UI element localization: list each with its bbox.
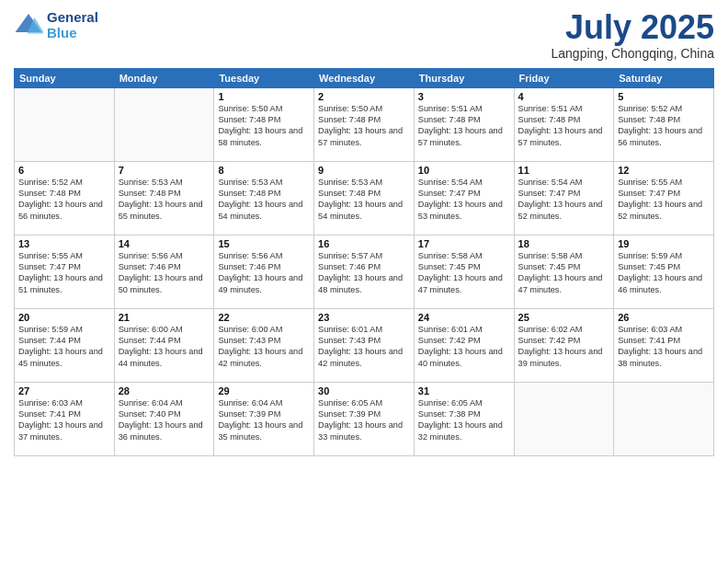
day-number: 21 [119, 312, 210, 323]
day-number: 3 [418, 91, 510, 102]
logo-icon [14, 10, 43, 40]
day-of-week-header: Monday [114, 68, 214, 87]
day-number: 1 [218, 91, 310, 102]
day-number: 24 [418, 312, 510, 323]
calendar-week-row: 13Sunrise: 5:55 AMSunset: 7:47 PMDayligh… [15, 235, 714, 308]
day-number: 23 [318, 312, 410, 323]
day-number: 26 [618, 312, 710, 323]
logo: General Blue [14, 9, 98, 40]
calendar-day-cell [15, 87, 115, 161]
calendar-table: SundayMondayTuesdayWednesdayThursdayFrid… [14, 68, 714, 456]
day-info: Sunrise: 6:04 AMSunset: 7:40 PMDaylight:… [119, 397, 210, 443]
day-info: Sunrise: 5:53 AMSunset: 7:48 PMDaylight:… [119, 177, 210, 223]
day-number: 8 [218, 165, 310, 176]
calendar-day-cell: 8Sunrise: 5:53 AMSunset: 7:48 PMDaylight… [214, 161, 314, 235]
day-of-week-header: Thursday [414, 68, 514, 87]
calendar-day-cell: 14Sunrise: 5:56 AMSunset: 7:46 PMDayligh… [114, 235, 214, 308]
calendar-day-cell: 10Sunrise: 5:54 AMSunset: 7:47 PMDayligh… [414, 161, 514, 235]
day-number: 31 [418, 385, 510, 396]
day-number: 18 [518, 238, 610, 249]
day-of-week-header: Sunday [15, 68, 115, 87]
day-info: Sunrise: 6:01 AMSunset: 7:43 PMDaylight:… [318, 324, 410, 370]
day-info: Sunrise: 5:58 AMSunset: 7:45 PMDaylight:… [418, 250, 510, 296]
day-number: 28 [119, 385, 210, 396]
calendar-day-cell: 28Sunrise: 6:04 AMSunset: 7:40 PMDayligh… [114, 382, 214, 455]
day-number: 16 [318, 238, 410, 249]
day-info: Sunrise: 6:02 AMSunset: 7:42 PMDaylight:… [518, 324, 610, 370]
day-number: 12 [618, 165, 710, 176]
day-of-week-header: Saturday [614, 68, 714, 87]
title-block: July 2025 Langping, Chongqing, China [552, 9, 714, 61]
subtitle: Langping, Chongqing, China [552, 46, 714, 61]
calendar-day-cell: 26Sunrise: 6:03 AMSunset: 7:41 PMDayligh… [614, 308, 714, 382]
page: General Blue July 2025 Langping, Chongqi… [0, 0, 728, 563]
calendar-day-cell [514, 382, 614, 455]
calendar-day-cell: 13Sunrise: 5:55 AMSunset: 7:47 PMDayligh… [15, 235, 115, 308]
day-info: Sunrise: 5:54 AMSunset: 7:47 PMDaylight:… [518, 177, 610, 223]
calendar-week-row: 6Sunrise: 5:52 AMSunset: 7:48 PMDaylight… [15, 161, 714, 235]
day-number: 7 [119, 165, 210, 176]
calendar-day-cell: 5Sunrise: 5:52 AMSunset: 7:48 PMDaylight… [614, 87, 714, 161]
calendar-day-cell [114, 87, 214, 161]
calendar-day-cell: 31Sunrise: 6:05 AMSunset: 7:38 PMDayligh… [414, 382, 514, 455]
calendar-day-cell: 24Sunrise: 6:01 AMSunset: 7:42 PMDayligh… [414, 308, 514, 382]
day-number: 6 [18, 165, 110, 176]
day-info: Sunrise: 5:51 AMSunset: 7:48 PMDaylight:… [418, 103, 510, 149]
calendar-header-row: SundayMondayTuesdayWednesdayThursdayFrid… [15, 68, 714, 87]
header: General Blue July 2025 Langping, Chongqi… [14, 9, 714, 61]
calendar-day-cell: 29Sunrise: 6:04 AMSunset: 7:39 PMDayligh… [214, 382, 314, 455]
day-info: Sunrise: 6:05 AMSunset: 7:39 PMDaylight:… [318, 397, 410, 443]
calendar-day-cell: 20Sunrise: 5:59 AMSunset: 7:44 PMDayligh… [15, 308, 115, 382]
day-info: Sunrise: 5:52 AMSunset: 7:48 PMDaylight:… [618, 103, 710, 149]
day-info: Sunrise: 5:57 AMSunset: 7:46 PMDaylight:… [318, 250, 410, 296]
day-info: Sunrise: 5:50 AMSunset: 7:48 PMDaylight:… [318, 103, 410, 149]
day-info: Sunrise: 6:03 AMSunset: 7:41 PMDaylight:… [618, 324, 710, 370]
day-number: 30 [318, 385, 410, 396]
day-number: 25 [518, 312, 610, 323]
day-number: 4 [518, 91, 610, 102]
calendar-day-cell: 1Sunrise: 5:50 AMSunset: 7:48 PMDaylight… [214, 87, 314, 161]
day-info: Sunrise: 5:53 AMSunset: 7:48 PMDaylight:… [318, 177, 410, 223]
day-number: 5 [618, 91, 710, 102]
day-number: 11 [518, 165, 610, 176]
calendar-day-cell: 15Sunrise: 5:56 AMSunset: 7:46 PMDayligh… [214, 235, 314, 308]
logo-text: General Blue [47, 9, 98, 40]
day-number: 10 [418, 165, 510, 176]
day-info: Sunrise: 5:59 AMSunset: 7:45 PMDaylight:… [618, 250, 710, 296]
day-number: 27 [18, 385, 110, 396]
day-number: 2 [318, 91, 410, 102]
day-info: Sunrise: 5:55 AMSunset: 7:47 PMDaylight:… [618, 177, 710, 223]
day-info: Sunrise: 6:03 AMSunset: 7:41 PMDaylight:… [18, 397, 110, 443]
day-info: Sunrise: 6:00 AMSunset: 7:43 PMDaylight:… [218, 324, 310, 370]
calendar-day-cell: 11Sunrise: 5:54 AMSunset: 7:47 PMDayligh… [514, 161, 614, 235]
day-info: Sunrise: 5:56 AMSunset: 7:46 PMDaylight:… [119, 250, 210, 296]
calendar-day-cell: 22Sunrise: 6:00 AMSunset: 7:43 PMDayligh… [214, 308, 314, 382]
day-info: Sunrise: 5:59 AMSunset: 7:44 PMDaylight:… [18, 324, 110, 370]
day-number: 20 [18, 312, 110, 323]
day-number: 15 [218, 238, 310, 249]
main-title: July 2025 [552, 9, 714, 46]
day-info: Sunrise: 5:50 AMSunset: 7:48 PMDaylight:… [218, 103, 310, 149]
day-info: Sunrise: 5:53 AMSunset: 7:48 PMDaylight:… [218, 177, 310, 223]
day-number: 17 [418, 238, 510, 249]
calendar-day-cell: 30Sunrise: 6:05 AMSunset: 7:39 PMDayligh… [314, 382, 415, 455]
calendar-day-cell: 27Sunrise: 6:03 AMSunset: 7:41 PMDayligh… [15, 382, 115, 455]
calendar-week-row: 27Sunrise: 6:03 AMSunset: 7:41 PMDayligh… [15, 382, 714, 455]
day-number: 29 [218, 385, 310, 396]
day-info: Sunrise: 6:05 AMSunset: 7:38 PMDaylight:… [418, 397, 510, 443]
calendar-week-row: 20Sunrise: 5:59 AMSunset: 7:44 PMDayligh… [15, 308, 714, 382]
calendar-day-cell: 12Sunrise: 5:55 AMSunset: 7:47 PMDayligh… [614, 161, 714, 235]
day-info: Sunrise: 5:55 AMSunset: 7:47 PMDaylight:… [18, 250, 110, 296]
calendar-day-cell: 23Sunrise: 6:01 AMSunset: 7:43 PMDayligh… [314, 308, 415, 382]
day-number: 9 [318, 165, 410, 176]
day-info: Sunrise: 6:01 AMSunset: 7:42 PMDaylight:… [418, 324, 510, 370]
calendar-day-cell [614, 382, 714, 455]
calendar-day-cell: 25Sunrise: 6:02 AMSunset: 7:42 PMDayligh… [514, 308, 614, 382]
day-number: 19 [618, 238, 710, 249]
calendar-day-cell: 16Sunrise: 5:57 AMSunset: 7:46 PMDayligh… [314, 235, 415, 308]
calendar-day-cell: 9Sunrise: 5:53 AMSunset: 7:48 PMDaylight… [314, 161, 415, 235]
day-info: Sunrise: 5:56 AMSunset: 7:46 PMDaylight:… [218, 250, 310, 296]
calendar-day-cell: 7Sunrise: 5:53 AMSunset: 7:48 PMDaylight… [114, 161, 214, 235]
calendar-day-cell: 6Sunrise: 5:52 AMSunset: 7:48 PMDaylight… [15, 161, 115, 235]
calendar-day-cell: 21Sunrise: 6:00 AMSunset: 7:44 PMDayligh… [114, 308, 214, 382]
